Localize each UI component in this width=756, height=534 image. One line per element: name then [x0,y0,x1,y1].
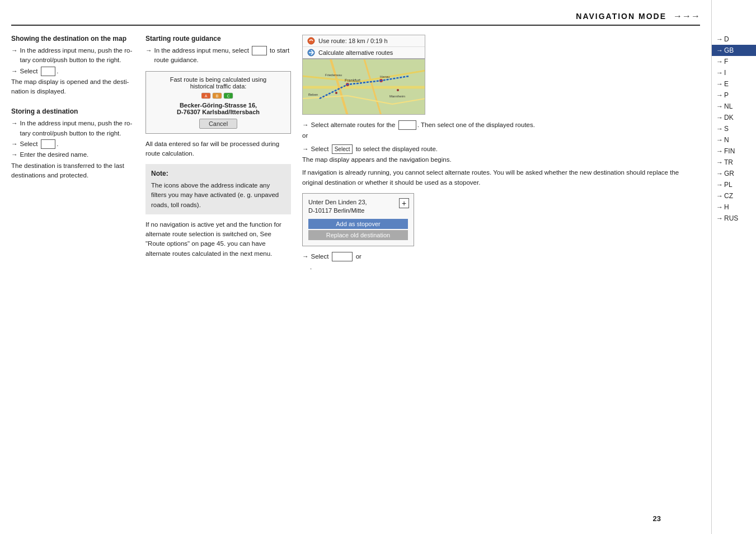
sidebar-item-p[interactable]: → P [712,90,756,101]
add-stopover-button[interactable]: Add as stopover [308,219,408,229]
sidebar-label-gr: GR [724,170,734,177]
header-arrows: →→→ [673,11,700,21]
route-box-title: Fast route is being calculated usinghist… [152,76,285,90]
sidebar-label-dk: DK [724,114,734,121]
svg-text:Friedensau: Friedensau [325,73,342,77]
sidebar-item-h[interactable]: → H [712,202,756,213]
right-para1: The map display appears and the navigati… [302,155,700,165]
page-title: NAVIGATION MODE [576,12,666,21]
sidebar-label-n: N [724,136,729,144]
language-sidebar: → D → GB → F → I → E → P → NL → DK [711,0,756,534]
left-item-5: → Enter the desired name. [11,150,134,160]
svg-point-12 [397,89,399,91]
sidebar-label-tr: TR [724,158,733,166]
middle-column: Starting route guidance → In the address… [145,35,291,275]
sidebar-item-gb[interactable]: → GB [712,45,756,56]
sidebar-item-s[interactable]: → S [712,123,756,134]
destination-box: Unter Den Linden 23,D-10117 Berlin/Mitte… [302,193,414,246]
sidebar-item-f[interactable]: → F [712,56,756,67]
select-label: Select Select to select the displayed ro… [311,144,438,154]
sidebar-label-s: S [724,125,729,133]
map-image: Frankfurt Hanau Friedensau Mannheim Bebe… [302,59,425,115]
plus-button[interactable]: + [399,198,409,208]
right-item-3: → Select or [302,252,700,261]
sidebar-label-nl: NL [724,102,732,110]
sidebar-label-d: D [724,35,729,43]
middle-section-heading: Starting route guidance [145,35,291,43]
road-icons: A B C [152,92,285,100]
svg-text:Beben: Beben [308,93,318,96]
left-item-1: → In the address input menu, push the ro… [11,46,134,65]
svg-text:Mannheim: Mannheim [389,95,405,98]
note-label: Note: [151,168,285,179]
right-column: Use route: 18 km / 0:19 h Calculate alte… [302,35,700,275]
sidebar-item-fin[interactable]: → FIN [712,146,756,157]
sidebar-item-n[interactable]: → N [712,134,756,146]
page-number: 23 [653,514,661,523]
note-text: The icons above the address indicate any… [151,181,285,210]
sidebar-item-rus[interactable]: → RUS [712,213,756,224]
right-para3: . [310,263,700,272]
map-menu-item-alt-routes[interactable]: Calculate alternative routes [303,47,425,58]
sidebar-label-f: F [724,58,728,65]
map-menu: Use route: 18 km / 0:19 h Calculate alte… [302,35,425,59]
sidebar-item-pl[interactable]: → PL [712,179,756,190]
left-item-2: → Select . [11,67,134,76]
sidebar-item-cz[interactable]: → CZ [712,190,756,202]
sidebar-label-pl: PL [724,181,732,189]
sidebar-item-dk[interactable]: → DK [712,112,756,123]
note-box: Note: The icons above the address indica… [145,164,291,214]
sidebar-label-h: H [724,203,729,211]
left-text-1: The map display is opened and the desti­… [11,77,134,97]
sidebar-label-rus: RUS [724,214,738,222]
sidebar-item-i[interactable]: → I [712,67,756,78]
page-header: NAVIGATION MODE →→→ [11,11,700,26]
middle-item-1: → In the address input menu, select to s… [145,46,291,65]
sidebar-item-nl[interactable]: → NL [712,101,756,112]
right-para2: If navigation is already running, you ca… [302,168,700,188]
sidebar-label-i: I [724,69,726,77]
sidebar-label-p: P [724,91,729,99]
left-item-3: → In the address input menu, push the ro… [11,119,134,138]
sidebar-item-d[interactable]: → D [712,34,756,45]
section2-heading: Storing a destination [11,107,134,115]
middle-para2: If no navigation is active yet and the f… [145,220,291,259]
route-box-address: Becker-Göring-Strasse 16,D-76307 Karlsba… [152,102,285,115]
svg-text:Hanau: Hanau [380,75,390,78]
map-menu-label-2: Calculate alternative routes [318,49,393,56]
sidebar-label-cz: CZ [724,192,733,200]
left-text-2: The destination is transferred to the la… [11,161,134,181]
sidebar-item-e[interactable]: → E [712,78,756,90]
map-menu-label-1: Use route: 18 km / 0:19 h [318,38,388,44]
left-column: Showing the destination on the map → In … [11,35,134,275]
right-item-2: → Select Select to select the displayed … [302,144,700,154]
sidebar-label-e: E [724,80,729,88]
route-icon [307,37,315,45]
middle-para1: All data entered so far will be processe… [145,139,291,159]
svg-text:Frankfurt: Frankfurt [345,78,360,82]
content-columns: Showing the destination on the map → In … [11,35,700,275]
svg-point-11 [335,92,337,94]
destination-address: Unter Den Linden 23,D-10117 Berlin/Mitte [308,198,408,216]
svg-text:A: A [205,94,208,98]
sidebar-item-gr[interactable]: → GR [712,168,756,179]
right-or-1: or [302,131,700,140]
right-item-1: → Select alternate routes for the . Then… [302,120,700,130]
sidebar-item-tr[interactable]: → TR [712,157,756,168]
action-buttons: Add as stopover Replace old destination [308,219,408,240]
sidebar-label-fin: FIN [724,147,735,155]
route-calc-box: Fast route is being calculated usinghist… [145,71,291,134]
cancel-button[interactable]: Cancel [199,119,237,129]
svg-point-6 [308,38,314,44]
svg-text:C: C [227,94,229,98]
section1-heading: Showing the destination on the map [11,35,134,43]
left-item-4: → Select . [11,139,134,149]
map-menu-item-use-route[interactable]: Use route: 18 km / 0:19 h [303,35,425,47]
sidebar-label-gb: GB [724,46,734,54]
map-area: Use route: 18 km / 0:19 h Calculate alte… [302,35,700,115]
replace-destination-button[interactable]: Replace old destination [308,230,408,240]
alt-route-icon [307,49,315,57]
svg-text:B: B [216,94,219,98]
